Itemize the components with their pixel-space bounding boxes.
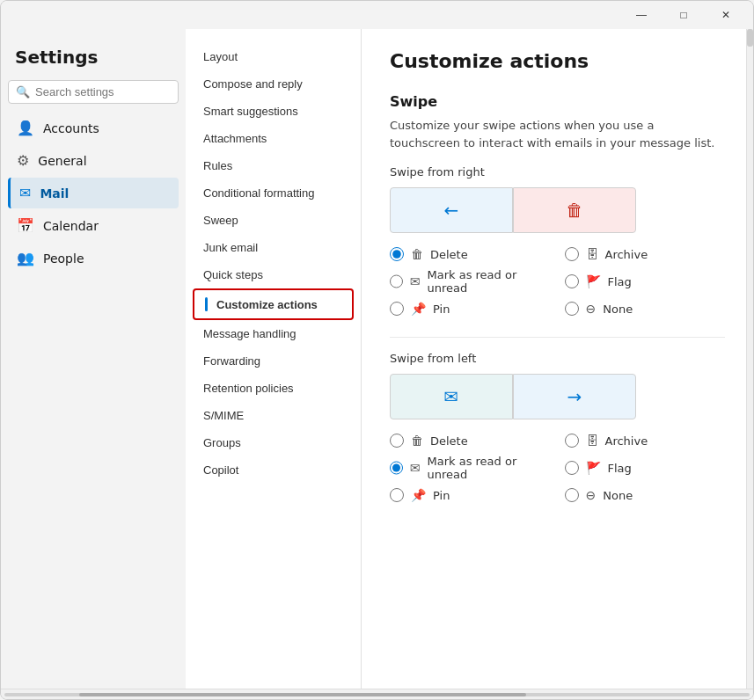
window-controls: — □ ✕	[621, 1, 746, 29]
main-content: Customize actions Swipe Customize your s…	[362, 29, 753, 689]
middle-item-label-smime: S/MIME	[203, 409, 244, 422]
middle-item-junk-email[interactable]: Junk email	[193, 234, 354, 261]
mark-read-left-label: Mark as read or unread	[428, 455, 551, 481]
sidebar-item-mail[interactable]: ✉ Mail	[8, 178, 179, 208]
back-arrow-icon: ←	[444, 200, 459, 221]
flag-icon: 🚩	[586, 274, 601, 288]
swipe-section-title: Swipe	[390, 93, 725, 110]
archive-label: Archive	[605, 248, 648, 261]
swipe-left-left-button[interactable]: ✉	[390, 374, 513, 419]
search-icon: 🔍	[16, 85, 30, 98]
close-button[interactable]: ✕	[706, 1, 746, 29]
none-left-label: None	[603, 489, 633, 502]
sidebar-item-label-calendar: Calendar	[43, 219, 99, 233]
sidebar-item-label-accounts: Accounts	[43, 121, 99, 135]
radio-pin-right-input[interactable]	[390, 302, 404, 316]
radio-none-right[interactable]: ⊖ None	[565, 302, 726, 316]
middle-item-label-compose-reply: Compose and reply	[203, 77, 303, 91]
sidebar-item-people[interactable]: 👥 People	[8, 243, 179, 273]
none-label: None	[603, 303, 633, 316]
swipe-section: Swipe Customize your swipe actions when …	[390, 93, 725, 502]
horizontal-scrollbar[interactable]	[1, 689, 753, 699]
swipe-right-buttons: ← 🗑	[390, 187, 636, 233]
middle-item-rules[interactable]: Rules	[193, 152, 354, 179]
radio-archive-left-input[interactable]	[565, 434, 579, 448]
radio-none-left-input[interactable]	[565, 488, 579, 502]
swipe-left-buttons: ✉ →	[390, 374, 636, 419]
scroll-track	[4, 693, 750, 696]
radio-delete-right-input[interactable]	[390, 247, 404, 261]
radio-mark-read-left-input[interactable]	[390, 461, 403, 475]
radio-flag-left[interactable]: 🚩 Flag	[565, 455, 726, 481]
middle-item-forwarding[interactable]: Forwarding	[193, 347, 354, 375]
middle-item-label-customize-actions: Customize actions	[216, 298, 318, 311]
radio-delete-left[interactable]: 🗑 Delete	[390, 434, 551, 448]
middle-item-label-retention-policies: Retention policies	[203, 382, 294, 395]
middle-item-sweep[interactable]: Sweep	[193, 207, 354, 234]
radio-none-right-input[interactable]	[565, 302, 579, 316]
radio-archive-right[interactable]: 🗄 Archive	[565, 247, 726, 261]
middle-item-smime[interactable]: S/MIME	[193, 402, 354, 429]
radio-mark-read-right[interactable]: ✉ Mark as read or unread	[390, 268, 551, 295]
sidebar: Settings 🔍 👤 Accounts ⚙ General ✉ Mail 📅…	[1, 29, 186, 689]
swipe-right-left-button[interactable]: ←	[390, 187, 513, 233]
archive-left-label: Archive	[605, 434, 648, 448]
middle-item-quick-steps[interactable]: Quick steps	[193, 261, 354, 288]
middle-item-customize-actions[interactable]: Customize actions	[193, 288, 354, 320]
middle-item-label-conditional-formatting: Conditional formatting	[203, 186, 314, 200]
sidebar-item-label-mail: Mail	[40, 186, 69, 201]
middle-item-label-rules: Rules	[203, 159, 232, 172]
middle-item-retention-policies[interactable]: Retention policies	[193, 375, 354, 402]
radio-flag-right[interactable]: 🚩 Flag	[565, 268, 726, 295]
sidebar-item-general[interactable]: ⚙ General	[8, 145, 179, 176]
radio-mark-read-left[interactable]: ✉ Mark as read or unread	[390, 455, 551, 481]
gear-icon: ⚙	[17, 152, 29, 169]
radio-flag-right-input[interactable]	[565, 274, 579, 288]
sidebar-item-accounts[interactable]: 👤 Accounts	[8, 113, 179, 143]
middle-panel: Layout Compose and reply Smart suggestio…	[186, 29, 362, 689]
settings-window: — □ ✕ Settings 🔍 👤 Accounts ⚙ General ✉	[0, 0, 754, 700]
mark-read-label: Mark as read or unread	[428, 268, 551, 295]
title-bar: — □ ✕	[1, 1, 753, 29]
middle-item-smart-suggestions[interactable]: Smart suggestions	[193, 98, 354, 125]
radio-pin-left[interactable]: 📌 Pin	[390, 488, 551, 502]
middle-item-layout[interactable]: Layout	[193, 43, 354, 70]
pin-left-label: Pin	[433, 489, 450, 502]
middle-item-attachments[interactable]: Attachments	[193, 125, 354, 152]
search-input[interactable]	[35, 85, 171, 98]
page-title: Customize actions	[390, 50, 725, 72]
middle-item-message-handling[interactable]: Message handling	[193, 320, 354, 347]
sidebar-item-calendar[interactable]: 📅 Calendar	[8, 210, 179, 241]
radio-flag-left-input[interactable]	[565, 461, 579, 475]
radio-pin-left-input[interactable]	[390, 488, 404, 502]
pin-icon: 📌	[411, 302, 426, 316]
flag-label: Flag	[608, 275, 632, 288]
radio-none-left[interactable]: ⊖ None	[565, 488, 726, 502]
pin-left-icon: 📌	[411, 488, 426, 502]
pin-label: Pin	[433, 303, 450, 316]
radio-mark-read-right-input[interactable]	[390, 274, 403, 288]
vertical-scrollbar[interactable]	[746, 29, 753, 689]
maximize-button[interactable]: □	[663, 1, 704, 29]
middle-item-copilot[interactable]: Copilot	[193, 456, 354, 484]
radio-delete-left-input[interactable]	[390, 434, 404, 448]
content-area: Settings 🔍 👤 Accounts ⚙ General ✉ Mail 📅…	[1, 29, 753, 689]
middle-item-groups[interactable]: Groups	[193, 429, 354, 456]
middle-item-label-smart-suggestions: Smart suggestions	[203, 105, 298, 118]
radio-delete-right[interactable]: 🗑 Delete	[390, 247, 551, 261]
sidebar-item-label-general: General	[38, 154, 86, 168]
swipe-left-right-button[interactable]: →	[513, 374, 636, 419]
flag-left-label: Flag	[608, 462, 632, 475]
radio-pin-right[interactable]: 📌 Pin	[390, 302, 551, 316]
middle-item-compose-reply[interactable]: Compose and reply	[193, 70, 354, 98]
search-box[interactable]: 🔍	[8, 80, 179, 104]
swipe-right-right-button[interactable]: 🗑	[513, 187, 636, 233]
none-left-icon: ⊖	[586, 488, 597, 502]
minimize-button[interactable]: —	[621, 1, 662, 29]
radio-archive-right-input[interactable]	[565, 247, 579, 261]
radio-archive-left[interactable]: 🗄 Archive	[565, 434, 726, 448]
none-icon: ⊖	[586, 302, 597, 316]
swipe-left-options: 🗑 Delete 🗄 Archive ✉ Mark as read or unr…	[390, 434, 725, 502]
middle-item-label-message-handling: Message handling	[203, 327, 296, 340]
middle-item-conditional-formatting[interactable]: Conditional formatting	[193, 179, 354, 207]
